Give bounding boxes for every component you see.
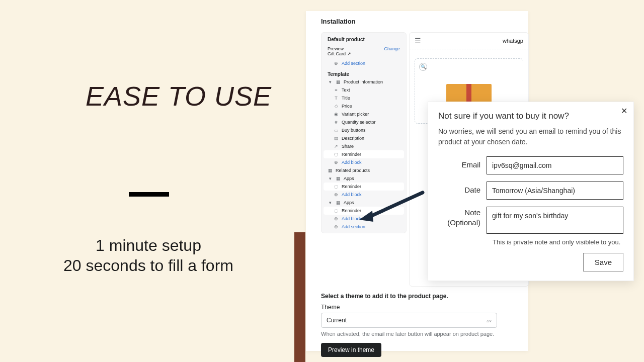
tree-apps-reminder-1[interactable]: ◌Reminder — [324, 183, 404, 191]
apps-icon: ▦ — [336, 176, 341, 181]
tree-product-info[interactable]: ▾ ▦ Product information — [321, 78, 406, 86]
tree-item-qty[interactable]: #Quantity selector — [321, 118, 406, 126]
chevron-down-icon: ▾ — [328, 176, 333, 181]
date-label: Date — [438, 182, 487, 194]
panel-title: Installation — [321, 18, 356, 25]
theme-tree: Default product Preview Change Gift Card… — [321, 32, 407, 233]
tree-item-reminder[interactable]: ◌Reminder — [324, 150, 404, 158]
plus-icon: ⊕ — [334, 224, 339, 229]
tree-apps-2[interactable]: ▾▦Apps — [321, 199, 406, 207]
tree-add-section-2[interactable]: ⊕Add section — [321, 223, 406, 231]
chevron-down-icon: ▾ — [328, 79, 333, 84]
plus-icon: ⊕ — [334, 216, 339, 221]
modal-title: Not sure if you want to buy it now? — [438, 111, 623, 121]
tree-add-block-3[interactable]: ⊕Add block — [321, 215, 406, 223]
tree-add-block-2[interactable]: ⊕Add block — [321, 191, 406, 199]
reminder-icon: ◌ — [334, 152, 339, 157]
tree-change-link[interactable]: Change — [384, 46, 400, 51]
tree-apps-reminder-2[interactable]: ◌Reminder — [324, 207, 404, 215]
tree-item-desc[interactable]: ▤Description — [321, 134, 406, 142]
theme-label: Theme — [321, 304, 513, 311]
private-note-hint: This is private note and only visiblele … — [493, 238, 623, 246]
divider — [129, 192, 169, 197]
headline: EASE TO USE — [86, 80, 272, 112]
buy-icon: ▭ — [334, 128, 339, 133]
tree-section-default: Default product — [321, 33, 406, 43]
tree-add-block-1[interactable]: ⊕Add block — [321, 158, 406, 166]
reminder-icon: ◌ — [334, 184, 339, 189]
tree-item-share[interactable]: ↗Share — [321, 142, 406, 150]
share-icon: ↗ — [334, 144, 339, 149]
tree-related[interactable]: ▦Related products — [321, 166, 406, 174]
tree-item-title[interactable]: TTitle — [321, 94, 406, 102]
reminder-icon: ◌ — [334, 208, 339, 213]
theme-select[interactable]: Current ▵▿ — [321, 313, 497, 328]
plus-icon: ⊕ — [334, 61, 339, 66]
quantity-icon: # — [334, 120, 339, 125]
close-icon[interactable]: ✕ — [621, 106, 627, 116]
tree-gift-card[interactable]: Gift Card ↗ — [321, 51, 406, 59]
title-icon: T — [334, 96, 339, 101]
note-input[interactable] — [487, 207, 623, 234]
tree-preview-label: Preview — [328, 46, 344, 51]
theme-hint: When activated, the email me later butto… — [321, 331, 513, 337]
select-caret-icon: ▵▿ — [487, 318, 492, 323]
tree-section-template: Template — [321, 67, 406, 78]
menu-icon[interactable]: ☰ — [415, 37, 421, 45]
variant-icon: ◉ — [334, 112, 339, 117]
section-icon: ▦ — [328, 168, 333, 173]
email-input[interactable] — [487, 156, 623, 174]
accent-bar — [294, 232, 305, 362]
preview-in-theme-button[interactable]: Preview in theme — [321, 343, 381, 357]
date-select[interactable]: Tomorrow (Asia/Shanghai) — [487, 182, 623, 200]
tree-item-variant[interactable]: ◉Variant picker — [321, 110, 406, 118]
tree-apps-1[interactable]: ▾▦Apps — [321, 174, 406, 183]
select-theme-heading: Select a theme to add it to the product … — [321, 293, 513, 300]
preview-brand: whatsgp — [503, 38, 523, 44]
apps-icon: ▦ — [336, 200, 341, 205]
text-icon: ≡ — [334, 87, 339, 93]
chevron-down-icon: ▾ — [328, 200, 333, 205]
plus-icon: ⊕ — [334, 192, 339, 197]
subline-2: 20 seconds to fill a form — [0, 256, 297, 275]
subline-1: 1 minute setup — [0, 236, 297, 255]
email-label: Email — [438, 156, 487, 169]
marketing-panel: EASE TO USE 1 minute setup 20 seconds to… — [0, 0, 297, 362]
note-label: Note (Optional) — [438, 207, 487, 227]
tree-item-buy[interactable]: ▭Buy buttons — [321, 126, 406, 134]
magnify-icon[interactable]: 🔍 — [419, 63, 427, 71]
description-icon: ▤ — [334, 136, 339, 141]
tree-item-price[interactable]: ◇Price — [321, 102, 406, 110]
plus-icon: ⊕ — [334, 160, 339, 165]
price-icon: ◇ — [334, 104, 339, 109]
section-icon: ▦ — [336, 79, 341, 84]
tree-item-text[interactable]: ≡Text — [321, 86, 406, 94]
reminder-modal: ✕ Not sure if you want to buy it now? No… — [428, 102, 634, 281]
modal-body: No worries, we will send you an email to… — [438, 126, 623, 147]
tree-add-section[interactable]: ⊕ Add section — [321, 59, 406, 67]
theme-settings: Select a theme to add it to the product … — [321, 293, 513, 357]
theme-select-value: Current — [327, 317, 347, 324]
save-button[interactable]: Save — [583, 253, 623, 272]
